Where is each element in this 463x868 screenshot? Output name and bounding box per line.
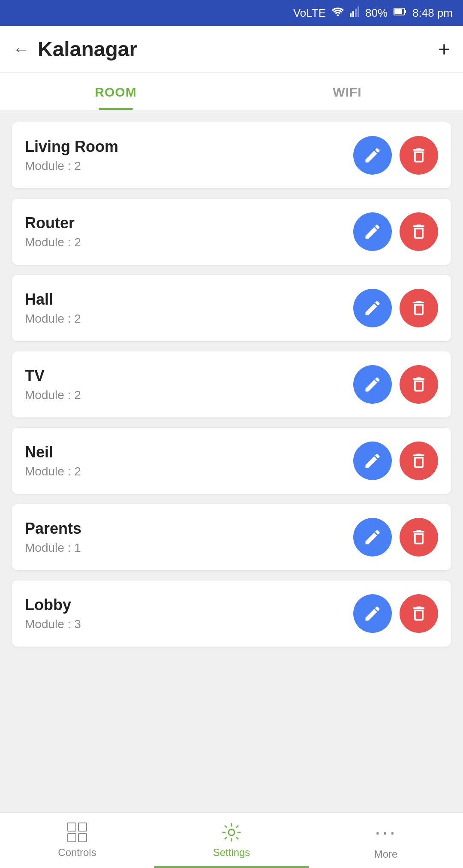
header: ← Kalanagar + [0,26,463,73]
edit-icon [363,528,382,547]
room-name: Lobby [25,596,353,614]
room-name: Neil [25,443,353,461]
nav-controls[interactable]: Controls [0,813,154,868]
more-label: More [374,848,398,860]
volte-indicator: VoLTE [293,6,326,20]
svg-rect-1 [350,13,352,17]
room-card: Lobby Module : 3 [12,581,451,647]
back-button[interactable]: ← [13,41,29,57]
edit-icon [363,299,382,318]
room-actions [353,518,438,556]
room-card: Router Module : 2 [12,199,451,265]
trash-icon [409,146,428,165]
edit-room-button[interactable] [353,442,392,480]
time: 8:48 pm [412,6,453,20]
room-info: Lobby Module : 3 [25,596,353,631]
edit-room-button[interactable] [353,136,392,175]
room-actions [353,212,438,251]
edit-icon [363,375,382,394]
battery-percent: 80% [365,6,388,20]
room-module: Module : 2 [25,159,353,173]
svg-point-8 [228,829,235,835]
room-info: Router Module : 2 [25,214,353,249]
room-card: Living Room Module : 2 [12,122,451,188]
add-room-button[interactable]: + [438,39,450,60]
tabs: ROOM WIFI [0,73,463,110]
edit-room-button[interactable] [353,212,392,251]
room-actions [353,136,438,175]
controls-label: Controls [58,847,96,859]
delete-room-button[interactable] [400,136,438,175]
room-module: Module : 2 [25,312,353,326]
room-module: Module : 3 [25,617,353,631]
svg-point-0 [337,15,339,17]
battery-icon [394,7,406,18]
room-actions [353,289,438,327]
room-card: Parents Module : 1 [12,504,451,570]
delete-room-button[interactable] [400,442,438,480]
room-info: Hall Module : 2 [25,290,353,326]
room-module: Module : 2 [25,465,353,478]
status-bar: VoLTE 80% 8:48 pm [0,0,463,26]
room-info: Neil Module : 2 [25,443,353,478]
trash-icon [409,451,428,470]
tab-room[interactable]: ROOM [0,73,232,110]
svg-rect-3 [355,9,357,17]
room-info: TV Module : 2 [25,367,353,402]
room-actions [353,365,438,404]
more-icon: ··· [375,820,397,844]
page-title: Kalanagar [38,37,137,61]
delete-room-button[interactable] [400,289,438,327]
room-module: Module : 2 [25,236,353,249]
room-info: Parents Module : 1 [25,520,353,555]
room-info: Living Room Module : 2 [25,138,353,173]
room-name: TV [25,367,353,385]
edit-room-button[interactable] [353,365,392,404]
edit-room-button[interactable] [353,594,392,633]
room-name: Parents [25,520,353,538]
settings-label: Settings [213,847,250,859]
room-list: Living Room Module : 2 Router Module [0,110,463,721]
room-actions [353,594,438,633]
controls-icon [67,823,87,842]
trash-icon [409,222,428,241]
room-name: Living Room [25,138,353,156]
tab-wifi[interactable]: WIFI [232,73,463,110]
edit-room-button[interactable] [353,518,392,556]
trash-icon [409,299,428,318]
edit-icon [363,146,382,165]
trash-icon [409,528,428,547]
trash-icon [409,375,428,394]
svg-rect-4 [358,6,359,17]
room-actions [353,442,438,480]
room-name: Hall [25,290,353,308]
room-name: Router [25,214,353,232]
room-card: Hall Module : 2 [12,275,451,341]
settings-icon [222,823,241,842]
svg-rect-6 [405,10,406,13]
nav-more[interactable]: ··· More [309,813,463,868]
delete-room-button[interactable] [400,212,438,251]
edit-icon [363,604,382,623]
room-module: Module : 1 [25,541,353,555]
svg-rect-7 [394,9,402,14]
edit-icon [363,222,382,241]
svg-rect-2 [352,11,354,17]
nav-settings[interactable]: Settings [154,813,309,868]
room-module: Module : 2 [25,388,353,402]
room-card: Neil Module : 2 [12,428,451,494]
bottom-nav: Controls Settings ··· More [0,812,463,868]
delete-room-button[interactable] [400,594,438,633]
edit-room-button[interactable] [353,289,392,327]
room-card: TV Module : 2 [12,351,451,417]
edit-icon [363,451,382,470]
signal-icon [350,6,359,19]
delete-room-button[interactable] [400,365,438,404]
delete-room-button[interactable] [400,518,438,556]
wifi-icon [332,7,344,19]
trash-icon [409,604,428,623]
